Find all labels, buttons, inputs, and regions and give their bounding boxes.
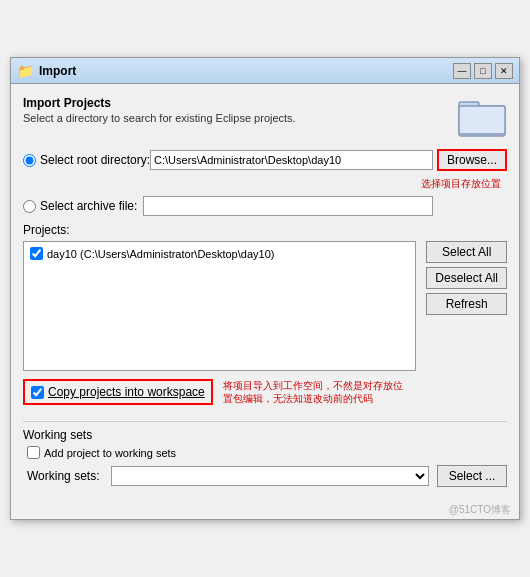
refresh-button[interactable]: Refresh <box>426 293 507 315</box>
working-sets-select[interactable] <box>111 466 429 486</box>
title-buttons: — □ ✕ <box>453 63 513 79</box>
archive-file-row: Select archive file: Browse... <box>23 195 507 217</box>
dialog-title: Import Projects <box>23 96 296 110</box>
browse-root-button[interactable]: Browse... <box>437 149 507 171</box>
copy-checkbox-section: Copy projects into workspace <box>23 379 213 405</box>
root-directory-input[interactable] <box>150 150 433 170</box>
svg-rect-2 <box>459 106 505 134</box>
add-working-sets-checkbox[interactable] <box>27 446 40 459</box>
projects-label: Projects: <box>23 223 507 237</box>
minimize-button[interactable]: — <box>453 63 471 79</box>
copy-annotation: 将项目导入到工作空间，不然是对存放位置包编辑，无法知道改动前的代码 <box>223 379 403 405</box>
working-sets-select-row: Working sets: Select ... <box>23 465 507 487</box>
close-button[interactable]: ✕ <box>495 63 513 79</box>
folder-svg-icon <box>457 96 507 138</box>
project-item-0: day10 (C:\Users\Administrator\Desktop\da… <box>28 246 411 261</box>
copy-projects-checkbox[interactable] <box>31 386 44 399</box>
dialog-content: Import Projects Select a directory to se… <box>11 84 519 499</box>
archive-file-input[interactable] <box>143 196 433 216</box>
maximize-button[interactable]: □ <box>474 63 492 79</box>
folder-icon-large <box>457 96 507 141</box>
browse-annotation: 选择项目存放位置 <box>421 177 501 191</box>
projects-list: day10 (C:\Users\Administrator\Desktop\da… <box>23 241 416 371</box>
add-to-working-sets-row: Add project to working sets <box>23 446 507 459</box>
watermark: @51CTO博客 <box>11 499 519 519</box>
archive-file-radio[interactable] <box>23 200 36 213</box>
working-sets-label: Working sets <box>23 421 507 442</box>
header-text-block: Import Projects Select a directory to se… <box>23 96 296 134</box>
root-directory-row: Select root directory: Browse... <box>23 149 507 171</box>
root-directory-radio[interactable] <box>23 154 36 167</box>
archive-file-label: Select archive file: <box>23 199 143 213</box>
add-working-sets-label: Add project to working sets <box>44 447 176 459</box>
window-title: Import <box>39 64 76 78</box>
title-bar-left: 📁 Import <box>17 63 76 79</box>
title-bar: 📁 Import — □ ✕ <box>11 58 519 84</box>
dialog-description: Select a directory to search for existin… <box>23 112 296 124</box>
window-icon: 📁 <box>17 63 34 79</box>
deselect-all-button[interactable]: Deselect All <box>426 267 507 289</box>
project-checkbox-0[interactable] <box>30 247 43 260</box>
copy-note-row: Copy projects into workspace 将项目导入到工作空间，… <box>23 379 507 411</box>
select-all-button[interactable]: Select All <box>426 241 507 263</box>
working-sets-field-label: Working sets: <box>27 469 107 483</box>
project-name-0: day10 (C:\Users\Administrator\Desktop\da… <box>47 248 274 260</box>
select-working-sets-button[interactable]: Select ... <box>437 465 507 487</box>
projects-buttons: Select All Deselect All Refresh <box>422 241 507 371</box>
copy-projects-label: Copy projects into workspace <box>48 385 205 399</box>
header-area: Import Projects Select a directory to se… <box>23 96 507 141</box>
root-directory-label: Select root directory: <box>23 153 150 167</box>
import-window: 📁 Import — □ ✕ Import Projects Select a … <box>10 57 520 520</box>
projects-area: day10 (C:\Users\Administrator\Desktop\da… <box>23 241 507 371</box>
